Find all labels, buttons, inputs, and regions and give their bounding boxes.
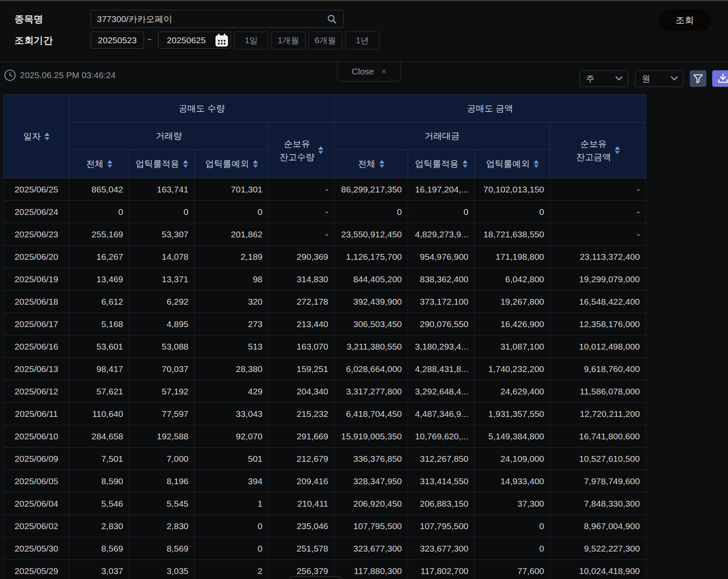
value-cell: 31,087,100 (475, 335, 550, 358)
value-cell: 6,028,664,000 (334, 358, 408, 380)
unit-week-select[interactable]: 주 (579, 70, 628, 87)
header-net-amt[interactable]: 순보유잔고금액 (550, 123, 646, 178)
stock-search-input[interactable]: 377300/카카오페이 (91, 10, 344, 28)
value-cell: 7,978,749,600 (550, 470, 646, 493)
bottom-peek-element[interactable] (290, 576, 341, 579)
sort-icon[interactable] (379, 160, 384, 168)
header-volume-group: 거래량 (69, 123, 269, 150)
table-row: 2025/06/1653,60153,088513163,0703,211,38… (4, 335, 646, 358)
header-value-group: 거래대금 (334, 123, 550, 150)
date-cell: 2025/06/11 (4, 403, 69, 425)
value-cell: 107,795,500 (334, 515, 408, 537)
value-cell: 314,830 (269, 268, 334, 291)
value-cell: 4,829,273,9... (408, 223, 475, 246)
value-cell: 7,501 (69, 448, 129, 470)
date-cell: 2025/05/29 (4, 560, 69, 579)
value-cell: - (269, 178, 334, 201)
value-cell: 2,189 (195, 246, 269, 268)
header-uptick-applied-amt[interactable]: 업틱룰적용 (408, 150, 475, 178)
query-button[interactable]: 조회 (659, 10, 711, 31)
date-cell: 2025/06/24 (4, 201, 69, 223)
table-row: 2025/06/2016,26714,0782,189290,3691,126,… (4, 246, 646, 268)
header-date[interactable]: 일자 (4, 95, 69, 178)
calendar-button[interactable] (214, 33, 229, 47)
value-cell: 57,192 (129, 380, 195, 403)
period-1year-button[interactable]: 1년 (345, 32, 379, 49)
value-cell: 290,369 (269, 246, 334, 268)
value-cell: 323,677,300 (334, 537, 408, 560)
value-cell: 206,883,150 (408, 493, 475, 515)
value-cell: 159,251 (269, 358, 334, 380)
value-cell: 1,126,175,700 (334, 246, 408, 268)
value-cell: 394 (195, 470, 269, 493)
stock-search-value: 377300/카카오페이 (97, 13, 327, 25)
value-cell: 12,358,176,000 (550, 313, 646, 335)
value-cell: 3,292,648,4... (408, 380, 475, 403)
value-cell: 107,795,500 (408, 515, 475, 537)
unit-won-select[interactable]: 원 (635, 70, 683, 87)
close-popup-tab[interactable]: Close × (337, 62, 401, 81)
value-cell: 0 (195, 537, 269, 560)
table-row: 2025/06/1913,46913,37198314,830844,405,2… (4, 268, 646, 291)
sort-icon[interactable] (615, 146, 620, 154)
value-cell: 192,588 (129, 425, 195, 448)
header-total-qty[interactable]: 전체 (69, 150, 129, 178)
header-net-qty[interactable]: 순보유잔고수량 (269, 123, 334, 178)
header-total-amt[interactable]: 전체 (334, 150, 408, 178)
value-cell: 9,522,227,300 (550, 537, 646, 560)
value-cell: 24,109,000 (475, 448, 550, 470)
sort-icon[interactable] (183, 160, 188, 168)
chevron-down-icon (615, 76, 623, 81)
value-cell: 23,550,912,450 (334, 223, 408, 246)
unit-week-value: 주 (586, 73, 594, 84)
value-cell: 2,830 (129, 515, 195, 537)
value-cell: 10,024,418,900 (550, 560, 646, 579)
sort-icon[interactable] (318, 146, 323, 154)
table-row: 2025/06/186,6126,292320272,178392,439,90… (4, 291, 646, 313)
value-cell: 5,149,384,800 (475, 425, 550, 448)
period-1day-button[interactable]: 1일 (234, 32, 268, 49)
value-cell: 291,669 (269, 425, 334, 448)
sort-icon[interactable] (107, 160, 112, 168)
value-cell: 373,172,100 (408, 291, 475, 313)
value-cell: - (550, 178, 646, 201)
header-short-amt-group: 공매도 금액 (334, 95, 646, 123)
header-uptick-exempt-amt[interactable]: 업틱룰예외 (475, 150, 550, 178)
close-label: Close (352, 67, 374, 76)
date-cell: 2025/06/10 (4, 425, 69, 448)
period-1month-button[interactable]: 1개월 (271, 32, 305, 49)
date-from-input[interactable]: 20250523 (91, 32, 144, 49)
value-cell: 16,197,204,... (408, 178, 475, 201)
download-button[interactable] (712, 70, 728, 87)
filter-button[interactable] (690, 70, 706, 87)
value-cell: 14,078 (129, 246, 195, 268)
value-cell: 4,895 (129, 313, 195, 335)
header-uptick-applied-qty[interactable]: 업틱룰적용 (129, 150, 195, 178)
value-cell: 37,300 (475, 493, 550, 515)
value-cell: 210,411 (269, 493, 334, 515)
table-row: 2025/06/1257,62157,192429204,3403,317,27… (4, 380, 646, 403)
value-cell: 4,487,346,9... (408, 403, 475, 425)
value-cell: 201,862 (195, 223, 269, 246)
date-cell: 2025/06/25 (4, 178, 69, 201)
value-cell: 53,601 (69, 335, 129, 358)
date-cell: 2025/06/23 (4, 223, 69, 246)
period-6month-button[interactable]: 6개월 (308, 32, 342, 49)
table-row: 2025/06/11110,64077,59733,043215,2326,41… (4, 403, 646, 425)
value-cell: 53,307 (129, 223, 195, 246)
sort-icon[interactable] (463, 160, 468, 168)
sort-icon[interactable] (253, 160, 258, 168)
header-uptick-exempt-qty[interactable]: 업틱룰예외 (195, 150, 269, 178)
value-cell: 0 (195, 515, 269, 537)
value-cell: 8,196 (129, 470, 195, 493)
value-cell: 8,569 (129, 537, 195, 560)
value-cell: 53,088 (129, 335, 195, 358)
date-to-input[interactable]: 20250625 (158, 32, 231, 49)
close-x-icon[interactable]: × (381, 67, 386, 76)
value-cell: 14,933,400 (475, 470, 550, 493)
table-row: 2025/06/24000-000- (4, 201, 646, 223)
sort-icon[interactable] (534, 160, 539, 168)
value-cell: 16,548,422,400 (550, 291, 646, 313)
sort-icon[interactable] (45, 133, 50, 140)
search-icon[interactable] (327, 14, 337, 25)
